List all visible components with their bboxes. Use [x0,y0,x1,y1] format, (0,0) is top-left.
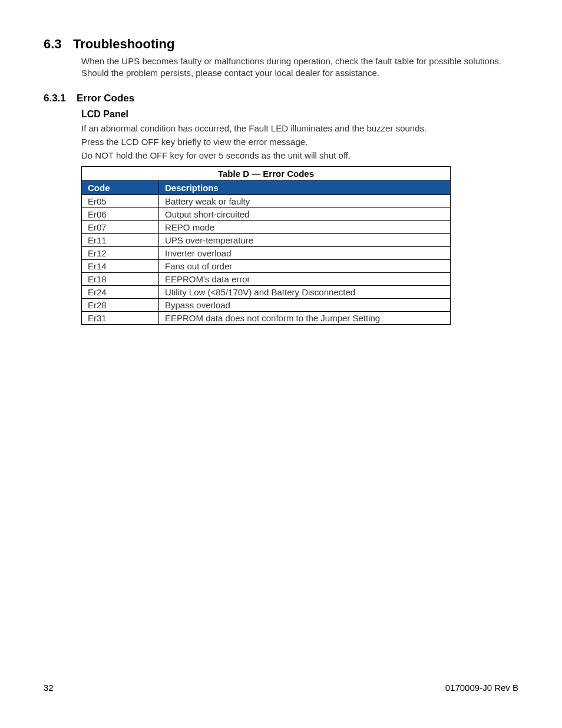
document-page: 6.3Troubleshooting When the UPS becomes … [0,0,562,728]
table-row: Er05Battery weak or faulty [82,195,451,207]
table-header-code: Code [82,180,159,195]
table-header-desc: Descriptions [159,180,451,195]
table-row: Er31EEPROM data does not conform to the … [82,311,451,324]
subsection-title: Error Codes [77,93,134,104]
error-code: Er05 [82,195,159,207]
table-caption: Table D — Error Codes [82,166,451,180]
section-heading: 6.3Troubleshooting [44,37,518,52]
error-codes-table: Table D — Error Codes Code Descriptions … [81,166,451,325]
table-row: Er18EEPROM's data error [82,272,451,285]
error-description: UPS over-temperature [159,233,451,246]
section-number: 6.3 [44,37,73,52]
subsection-heading: 6.3.1Error Codes [44,93,518,104]
error-description: Fans out of order [159,259,451,272]
error-description: EEPROM's data error [159,272,451,285]
document-id: 0170009-J0 Rev B [445,683,518,693]
error-code: Er12 [82,246,159,259]
table-row: Er07REPO mode [82,220,451,233]
page-number: 32 [44,683,54,693]
error-description: REPO mode [159,220,451,233]
paragraph: Press the LCD OFF key briefly to view th… [81,137,518,147]
error-code: Er24 [82,285,159,298]
error-description: EEPROM data does not conform to the Jump… [159,311,451,324]
error-code: Er11 [82,233,159,246]
section-intro: When the UPS becomes faulty or malfuncti… [81,55,518,80]
table-row: Er24Utility Low (<85/170V) and Battery D… [82,285,451,298]
error-description: Battery weak or faulty [159,195,451,207]
error-description: Utility Low (<85/170V) and Battery Disco… [159,285,451,298]
error-description: Bypass overload [159,298,451,311]
table-row: Er12Inverter overload [82,246,451,259]
table-header-row: Code Descriptions [82,180,451,195]
error-code: Er31 [82,311,159,324]
paragraph: If an abnormal condition has occurred, t… [81,123,518,133]
table-row: Er14Fans out of order [82,259,451,272]
page-footer: 32 0170009-J0 Rev B [44,683,518,693]
section-title: Troubleshooting [73,37,174,51]
subsection-number: 6.3.1 [44,93,77,104]
error-code: Er18 [82,272,159,285]
subsubsection-heading: LCD Panel [81,109,518,120]
table-row: Er06Output short-circuited [82,207,451,220]
error-description: Output short-circuited [159,207,451,220]
error-code: Er07 [82,220,159,233]
table-row: Er28Bypass overload [82,298,451,311]
table-caption-row: Table D — Error Codes [82,166,451,180]
error-code: Er28 [82,298,159,311]
paragraph: Do NOT hold the OFF key for over 5 secon… [81,150,518,160]
table-row: Er11UPS over-temperature [82,233,451,246]
error-description: Inverter overload [159,246,451,259]
error-code: Er14 [82,259,159,272]
error-code: Er06 [82,207,159,220]
